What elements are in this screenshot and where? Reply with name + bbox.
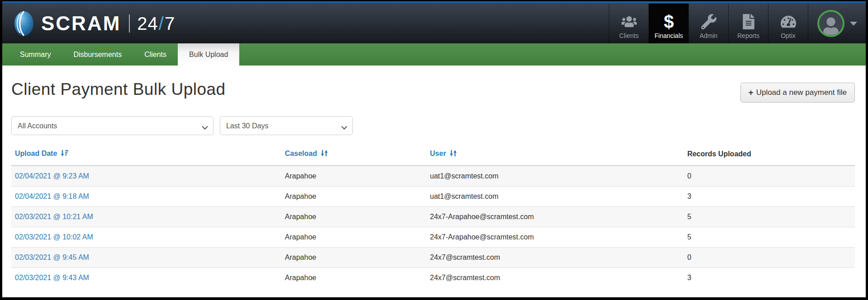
page-title: Client Payment Bulk Upload: [11, 80, 226, 99]
uploads-table: Upload Date Caseload User Records Upload…: [11, 146, 855, 288]
caseload-cell: Arapahoe: [281, 227, 427, 248]
upload-date-link[interactable]: 02/03/2021 @ 9:43 AM: [15, 274, 89, 281]
records-uploaded-cell: 5: [683, 207, 855, 227]
column-header-caseload[interactable]: Caseload: [281, 146, 427, 166]
column-label: Upload Date: [15, 150, 57, 157]
user-cell: uat1@scramtest.com: [427, 166, 684, 187]
nav-label: Reports: [737, 32, 759, 39]
app-header: SCRAM 24/7 Clients $ Financials: [2, 4, 866, 43]
tab-label: Disbursements: [73, 51, 122, 59]
sort-desc-icon: [61, 150, 68, 158]
user-avatar-icon: [817, 10, 844, 37]
nav-item-clients[interactable]: Clients: [609, 4, 649, 43]
table-row: 02/03/2021 @ 9:43 AM Arapahoe 24x7@scram…: [11, 268, 855, 288]
tab-clients[interactable]: Clients: [133, 43, 178, 66]
screenshot-frame: SCRAM 24/7 Clients $ Financials: [0, 0, 868, 300]
nav-label: Admin: [700, 32, 718, 39]
upload-date-link[interactable]: 02/03/2021 @ 9:45 AM: [15, 253, 89, 261]
account-filter-select[interactable]: All Accounts: [11, 116, 213, 135]
records-uploaded-cell: 3: [683, 268, 855, 288]
records-uploaded-cell: 3: [683, 187, 855, 207]
caret-down-icon: [850, 22, 857, 26]
scram-sphere-logo-icon: [14, 11, 34, 36]
financials-sub-nav: Summary Disbursements Clients Bulk Uploa…: [2, 43, 866, 66]
table-header-row: Upload Date Caseload User Records Upload…: [11, 146, 855, 166]
column-label: Caseload: [285, 150, 317, 157]
upload-date-link[interactable]: 02/04/2021 @ 9:18 AM: [15, 192, 89, 200]
upload-button-label: Upload a new payment file: [756, 88, 847, 97]
caseload-cell: Arapahoe: [281, 166, 427, 187]
column-header-user[interactable]: User: [427, 146, 684, 166]
table-row: 02/04/2021 @ 9:18 AM Arapahoe uat1@scram…: [11, 187, 855, 207]
primary-nav: Clients $ Financials Admin Reports: [609, 4, 866, 43]
user-cell: 24x7-Arapahoe@scramtest.com: [427, 207, 684, 227]
nav-item-admin[interactable]: Admin: [688, 4, 728, 43]
upload-date-link[interactable]: 02/03/2021 @ 10:02 AM: [15, 233, 93, 241]
date-range-filter-select[interactable]: Last 30 Days: [220, 116, 353, 135]
table-row: 02/03/2021 @ 9:45 AM Arapahoe 24x7@scram…: [11, 248, 855, 268]
caseload-cell: Arapahoe: [281, 268, 427, 288]
brand-name: SCRAM: [41, 14, 121, 33]
nav-item-reports[interactable]: Reports: [728, 4, 768, 43]
page-content: Client Payment Bulk Upload + Upload a ne…: [2, 66, 866, 297]
records-uploaded-cell: 0: [683, 248, 855, 268]
table-row: 02/04/2021 @ 9:23 AM Arapahoe uat1@scram…: [11, 166, 855, 187]
upload-new-payment-file-button[interactable]: + Upload a new payment file: [740, 83, 855, 103]
brand-divider: [129, 14, 130, 33]
tab-label: Clients: [144, 51, 166, 59]
brand-247: 24/7: [137, 14, 175, 33]
plus-icon: +: [749, 88, 754, 98]
tab-label: Summary: [20, 51, 51, 59]
caseload-cell: Arapahoe: [281, 248, 427, 268]
table-row: 02/03/2021 @ 10:21 AM Arapahoe 24x7-Arap…: [11, 207, 855, 227]
tab-summary[interactable]: Summary: [9, 43, 62, 66]
gauge-icon: [781, 13, 796, 31]
column-label: Records Uploaded: [687, 150, 751, 158]
nav-item-financials[interactable]: $ Financials: [649, 4, 688, 43]
sort-both-icon: [321, 150, 328, 158]
column-header-upload-date[interactable]: Upload Date: [11, 146, 281, 166]
tab-disbursements[interactable]: Disbursements: [62, 43, 133, 66]
nav-label: Financials: [655, 32, 683, 39]
column-header-records-uploaded: Records Uploaded: [683, 146, 855, 166]
user-cell: 24x7-Arapahoe@scramtest.com: [427, 227, 684, 248]
records-uploaded-cell: 5: [683, 227, 855, 248]
caseload-cell: Arapahoe: [281, 207, 427, 227]
tab-label: Bulk Upload: [189, 51, 228, 59]
user-cell: uat1@scramtest.com: [427, 187, 684, 207]
dollar-icon: $: [664, 13, 674, 31]
tab-bulk-upload[interactable]: Bulk Upload: [178, 43, 239, 66]
user-cell: 24x7@scramtest.com: [427, 268, 684, 288]
brand-logo: SCRAM 24/7: [2, 4, 609, 43]
table-row: 02/03/2021 @ 10:02 AM Arapahoe 24x7-Arap…: [11, 227, 855, 248]
caseload-cell: Arapahoe: [281, 187, 427, 207]
nav-item-optix[interactable]: Optix: [768, 4, 808, 43]
nav-label: Clients: [619, 32, 639, 39]
upload-date-link[interactable]: 02/03/2021 @ 10:21 AM: [15, 213, 93, 220]
user-cell: 24x7@scramtest.com: [427, 248, 684, 268]
sort-both-icon: [450, 150, 457, 158]
users-icon: [621, 13, 637, 31]
records-uploaded-cell: 0: [683, 166, 855, 187]
nav-label: Optix: [781, 32, 796, 39]
wrench-icon: [701, 13, 716, 31]
user-menu[interactable]: [808, 4, 866, 43]
column-label: User: [430, 150, 446, 157]
report-icon: [741, 13, 756, 31]
upload-date-link[interactable]: 02/04/2021 @ 9:23 AM: [15, 172, 89, 180]
